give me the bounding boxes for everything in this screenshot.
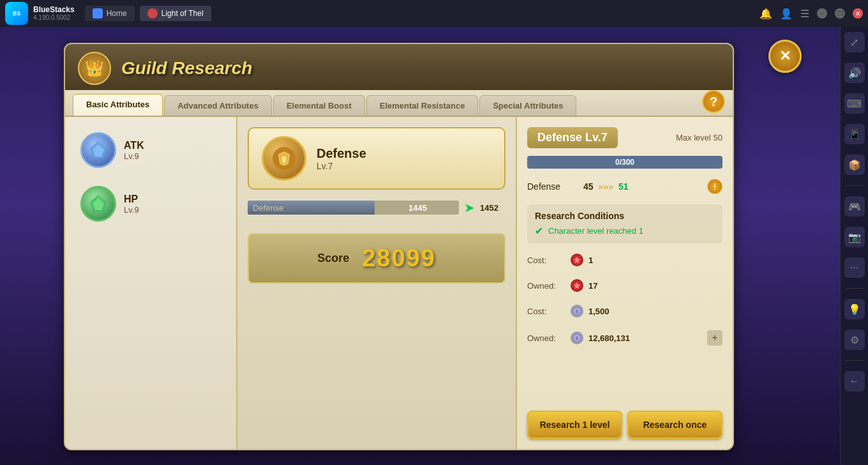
owned-row-badge: Owned: 17: [527, 277, 722, 294]
help-button[interactable]: ?: [702, 90, 725, 113]
attr-current-val: 45: [583, 181, 594, 192]
tab-elemental-boost[interactable]: Elemental Boost: [273, 95, 365, 116]
owned-label-0: Owned:: [527, 281, 565, 291]
atk-skill-info: ATK Lv.9: [124, 140, 144, 161]
panel-body: ATK Lv.9 HP: [65, 117, 733, 449]
attr-name: Defense: [527, 181, 578, 192]
tab-special-attributes[interactable]: Special Attributes: [479, 95, 576, 116]
attr-arrows-icon: »»»: [599, 181, 613, 192]
cost-row-coin: Cost: $ 1,500: [527, 302, 722, 320]
owned-row-coin: Owned: $ 12,680,131 +: [527, 328, 722, 348]
research-conditions: Research Conditions ✔ Character level re…: [527, 204, 722, 243]
tab-home[interactable]: Home: [85, 6, 135, 21]
svg-text:$: $: [576, 336, 578, 341]
notification-icon[interactable]: 🔔: [760, 8, 772, 20]
defense-title: Defense Lv.7: [527, 127, 618, 148]
titlebar: BS BlueStacks 4.190.0.5002 Home Light of…: [0, 0, 868, 27]
conditions-title: Research Conditions: [535, 211, 715, 221]
maximize-button[interactable]: ❐: [835, 8, 845, 19]
tab-elemental-resistance[interactable]: Elemental Resistance: [366, 95, 479, 116]
selected-skill-info: Defense Lv.7: [317, 146, 366, 171]
attribute-row: Defense 45 »»» 51 !: [527, 176, 722, 197]
tab-game[interactable]: Light of Thel: [140, 6, 211, 21]
account-icon[interactable]: 👤: [780, 8, 793, 20]
keyboard-icon[interactable]: ⌨: [844, 93, 865, 114]
score-value: 28099: [362, 245, 436, 272]
selected-skill-card[interactable]: Defense Lv.7: [248, 127, 505, 190]
attr-new-val: 51: [618, 181, 629, 192]
bluestacks-logo: BS: [5, 2, 28, 25]
arrow-right-icon: ➤: [464, 200, 475, 215]
game-content: ✕ 👑 Guild Research Basic Attributes Adva…: [0, 27, 840, 465]
panel-header: 👑 Guild Research: [65, 44, 733, 90]
camera-icon[interactable]: 📷: [844, 227, 865, 247]
attr-info-button[interactable]: !: [707, 179, 722, 194]
sidebar-divider-3: [845, 360, 864, 361]
minimize-button[interactable]: −: [817, 8, 827, 19]
expand-icon[interactable]: ⤢: [844, 32, 865, 52]
bluestacks-title: BlueStacks 4.190.0.5002: [33, 5, 75, 22]
gamepad-icon[interactable]: 🎮: [844, 196, 865, 217]
owned-label-1: Owned:: [527, 333, 565, 343]
badge-icon-0: [571, 254, 583, 266]
detail-panel: Defense Lv.7 Max level 50 0/300 Defense …: [516, 117, 733, 449]
volume-icon[interactable]: 🔊: [844, 63, 865, 83]
stat-bar-row: Defense 1445 ➤ 1452: [248, 200, 505, 215]
more-icon[interactable]: ···: [844, 257, 865, 278]
score-label: Score: [317, 252, 349, 265]
phone-icon[interactable]: 📱: [844, 124, 865, 144]
coin-icon-0: $: [571, 305, 583, 317]
stat-bar-new: 1452: [480, 203, 505, 213]
back-icon[interactable]: ←: [844, 371, 865, 392]
progress-text: 0/300: [615, 158, 634, 167]
window-close-button[interactable]: ✕: [853, 8, 863, 19]
tabs-bar: Basic Attributes Advanced Attributes Ele…: [65, 90, 733, 117]
middle-area: Defense Lv.7 Defense 1445 ➤ 1452: [237, 117, 516, 449]
cost-value-1: 1,500: [588, 307, 610, 316]
atk-icon: [80, 132, 116, 168]
defense-stat-bar: Defense 1445: [248, 201, 459, 215]
sidebar-divider-1: [845, 185, 864, 186]
condition-text: Character level reached 1: [548, 226, 643, 236]
max-level: Max level 50: [676, 133, 722, 142]
cost-value-0: 1: [588, 255, 593, 265]
defense-header: Defense Lv.7 Max level 50: [527, 127, 722, 148]
guild-research-panel: 👑 Guild Research Basic Attributes Advanc…: [64, 43, 734, 450]
owned-value-1: 12,680,131: [588, 333, 630, 343]
lamp-icon[interactable]: 💡: [844, 299, 865, 319]
panel-close-button[interactable]: ✕: [768, 40, 802, 73]
cost-row-badge: Cost: 1: [527, 251, 722, 269]
menu-icon[interactable]: ☰: [800, 8, 809, 20]
owned-value-0: 17: [588, 281, 597, 291]
badge-icon-1: [571, 279, 583, 292]
tab-advanced-attributes[interactable]: Advanced Attributes: [164, 95, 272, 116]
stat-bar-current: 1445: [401, 203, 427, 213]
plus-button[interactable]: +: [707, 330, 722, 346]
skills-list: ATK Lv.9 HP: [65, 117, 237, 449]
svg-text:$: $: [576, 309, 578, 314]
stat-bar-label: Defense: [253, 203, 291, 213]
check-icon: ✔: [535, 225, 543, 237]
sidebar-divider-2: [845, 288, 864, 289]
research-1-level-button[interactable]: Research 1 level: [527, 411, 622, 439]
tab-basic-attributes[interactable]: Basic Attributes: [73, 94, 163, 116]
progress-bar: 0/300: [527, 156, 722, 169]
cost-label-0: Cost:: [527, 255, 565, 265]
package-icon[interactable]: 📦: [844, 155, 865, 175]
hp-skill-info: HP Lv.9: [124, 194, 139, 215]
score-section: Score 28099: [248, 233, 505, 284]
main-area: ✕ 👑 Guild Research Basic Attributes Adva…: [0, 27, 868, 465]
settings-icon[interactable]: ⚙: [844, 330, 865, 350]
coin-icon-1: $: [571, 332, 583, 344]
defense-icon: [262, 136, 306, 181]
cost-label-1: Cost:: [527, 307, 565, 316]
condition-item-0: ✔ Character level reached 1: [535, 225, 715, 237]
research-once-button[interactable]: Research once: [627, 411, 722, 439]
right-sidebar: ⤢ 🔊 ⌨ 📱 📦 🎮 📷 ··· 💡 ⚙ ←: [840, 27, 868, 465]
panel-title: Guild Research: [121, 58, 252, 79]
hp-icon: [80, 186, 116, 222]
research-buttons: Research 1 level Research once: [527, 411, 722, 439]
skill-item-hp[interactable]: HP Lv.9: [75, 181, 226, 227]
titlebar-controls: 🔔 👤 ☰ − ❐ ✕: [760, 8, 863, 20]
skill-item-atk[interactable]: ATK Lv.9: [75, 127, 226, 173]
